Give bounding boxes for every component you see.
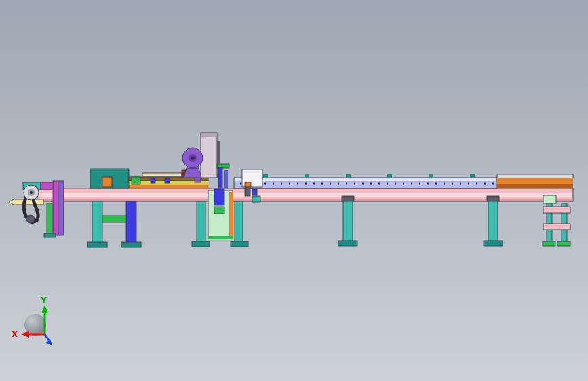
- pulley-bracket[interactable]: [184, 168, 201, 178]
- leg-foot-1[interactable]: [87, 242, 107, 247]
- support-leg-4[interactable]: [488, 201, 498, 241]
- end-roller-axle: [30, 191, 33, 194]
- stand-crossbar-bottom[interactable]: [543, 224, 570, 230]
- control-box-mark: [245, 182, 251, 187]
- chain-sprocket[interactable]: [26, 215, 35, 223]
- motor-window[interactable]: [102, 177, 112, 187]
- support-leg-3[interactable]: [343, 201, 353, 241]
- rail-guide-tab-6[interactable]: [470, 174, 475, 178]
- leg-crossbar[interactable]: [102, 216, 126, 222]
- rail-guide-tab-2[interactable]: [305, 174, 309, 178]
- x-axis-label: X: [12, 329, 18, 339]
- leg-foot-2[interactable]: [121, 242, 141, 247]
- end-plate-back[interactable]: [58, 181, 64, 235]
- stand-foot-left[interactable]: [543, 241, 555, 246]
- guide-block-2[interactable]: [165, 178, 170, 183]
- stand-top-block[interactable]: [543, 195, 556, 203]
- stand-crossbar-top[interactable]: [543, 207, 570, 213]
- lower-cylinder[interactable]: [214, 189, 224, 205]
- viewport-canvas[interactable]: Y X: [0, 0, 588, 381]
- outfeed-rail-middle[interactable]: [497, 178, 573, 184]
- guide-block-1[interactable]: [151, 178, 155, 183]
- actuator-bar-1[interactable]: [218, 167, 222, 188]
- outfeed-rail-top[interactable]: [497, 174, 573, 178]
- lower-base-pad[interactable]: [208, 236, 233, 239]
- leg-mount-3[interactable]: [342, 196, 354, 201]
- lower-panel-strip[interactable]: [229, 192, 233, 237]
- infeed-rail-bottom[interactable]: [124, 185, 208, 188]
- control-box-support[interactable]: [252, 196, 260, 202]
- end-support-strip[interactable]: [47, 203, 52, 234]
- lower-leg-left[interactable]: [197, 201, 205, 242]
- lower-foot-right[interactable]: [231, 241, 248, 247]
- outfeed-rail-bottom[interactable]: [497, 184, 573, 188]
- press-column-cap: [201, 133, 217, 137]
- support-leg-1[interactable]: [92, 201, 102, 243]
- lower-cylinder-base[interactable]: [214, 207, 224, 214]
- leg-foot-4[interactable]: [484, 241, 503, 246]
- end-plate-front[interactable]: [53, 181, 58, 235]
- end-support-foot[interactable]: [44, 233, 56, 237]
- lower-foot-left[interactable]: [192, 241, 210, 247]
- pulley-axle: [191, 157, 195, 160]
- support-leg-2[interactable]: [126, 201, 136, 243]
- rail-guide-tab-3[interactable]: [346, 174, 351, 178]
- drive-motor[interactable]: [90, 169, 129, 188]
- rail-guide-tab-1[interactable]: [263, 174, 268, 178]
- control-box-tab[interactable]: [245, 188, 250, 196]
- rail-guide-tab-5[interactable]: [429, 174, 433, 178]
- rail-guide-tab-4[interactable]: [387, 174, 392, 178]
- y-axis-label: Y: [40, 296, 47, 305]
- clamp-block[interactable]: [132, 177, 140, 184]
- actuator-bar-2[interactable]: [224, 170, 228, 188]
- stand-foot-right[interactable]: [557, 241, 570, 246]
- leg-mount-4[interactable]: [487, 196, 499, 201]
- bearing-block[interactable]: [41, 182, 52, 190]
- screw-strip[interactable]: [142, 173, 182, 176]
- control-box-fitting[interactable]: [252, 189, 257, 195]
- press-column[interactable]: [201, 133, 217, 178]
- chain-rail-highlight: [235, 178, 496, 181]
- leg-foot-3[interactable]: [338, 241, 357, 246]
- cad-viewport[interactable]: Y X: [0, 0, 588, 381]
- lower-leg-right[interactable]: [235, 201, 243, 242]
- outfeed-rail[interactable]: [497, 174, 573, 188]
